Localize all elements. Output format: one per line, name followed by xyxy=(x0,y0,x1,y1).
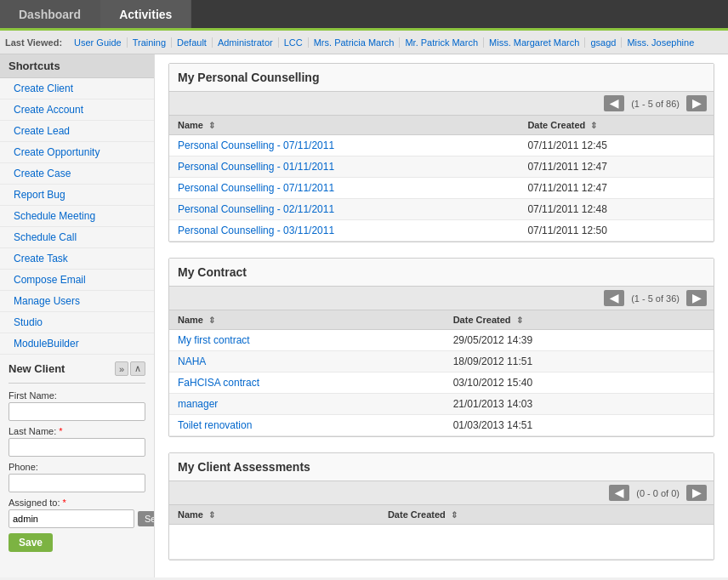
new-client-section: New Client » ∧ First Name: Last Name: * … xyxy=(0,355,154,559)
last-viewed-link[interactable]: gsagd xyxy=(585,37,622,48)
dashlet-toolbar-contract: ◀(1 - 5 of 36)▶ xyxy=(169,287,714,310)
record-date: 18/09/2012 11:51 xyxy=(445,351,714,372)
dashlet-table-personal-counselling: Name ⇕Date Created ⇕Personal Counselling… xyxy=(169,116,714,242)
record-name-link[interactable]: Personal Counselling - 07/11/2011 xyxy=(178,139,334,151)
last-viewed-link[interactable]: Miss. Margaret March xyxy=(484,37,585,48)
record-name-link[interactable]: Personal Counselling - 07/11/2011 xyxy=(178,182,334,194)
record-date: 07/11/2011 12:47 xyxy=(519,178,714,199)
last-viewed-link[interactable]: Miss. Josephine xyxy=(622,37,699,48)
record-name-link[interactable]: FaHCISA contract xyxy=(178,377,259,389)
last-viewed-link[interactable]: User Guide xyxy=(69,37,128,48)
last-viewed-link[interactable]: Mr. Patrick March xyxy=(400,37,484,48)
table-row: Personal Counselling - 01/11/201107/11/2… xyxy=(169,156,714,178)
last-name-input[interactable] xyxy=(9,438,145,457)
record-name-link[interactable]: Toilet renovation xyxy=(178,419,252,431)
sidebar-item-studio[interactable]: Studio xyxy=(0,312,154,333)
next-page-button[interactable]: ▶ xyxy=(686,485,707,501)
record-date: 21/01/2013 14:03 xyxy=(445,394,714,415)
column-header-date-created[interactable]: Date Created ⇕ xyxy=(445,310,714,330)
page-info: (1 - 5 of 36) xyxy=(631,293,680,304)
expand-button[interactable]: ∧ xyxy=(130,361,145,376)
table-row: Toilet renovation01/03/2013 14:51 xyxy=(169,415,714,436)
sidebar-item-create-lead[interactable]: Create Lead xyxy=(0,121,154,142)
collapse-button[interactable]: » xyxy=(115,361,128,376)
dashlet-table-contract: Name ⇕Date Created ⇕My first contract29/… xyxy=(169,310,714,436)
last-viewed-bar: Last Viewed: User GuideTrainingDefaultAd… xyxy=(0,31,728,54)
record-name-link[interactable]: NAHA xyxy=(178,355,206,367)
sidebar-item-manage-users[interactable]: Manage Users xyxy=(0,291,154,312)
last-name-label: Last Name: * xyxy=(9,426,145,436)
table-row: My first contract29/05/2012 14:39 xyxy=(169,330,714,351)
dashlet-contract: My Contract◀(1 - 5 of 36)▶Name ⇕Date Cre… xyxy=(168,258,714,437)
sidebar-item-modulebuilder[interactable]: ModuleBuilder xyxy=(0,333,154,355)
record-name-link[interactable]: Personal Counselling - 02/11/2011 xyxy=(178,203,334,215)
dashlet-title-personal-counselling: My Personal Counselling xyxy=(169,64,714,92)
divider xyxy=(9,383,145,384)
column-header-date-created[interactable]: Date Created ⇕ xyxy=(519,116,714,135)
nav-activities[interactable]: Activities xyxy=(100,0,191,28)
new-client-header: New Client » ∧ xyxy=(9,361,145,376)
next-page-button[interactable]: ▶ xyxy=(686,290,707,306)
main-layout: Shortcuts Create ClientCreate AccountCre… xyxy=(0,54,728,577)
sidebar-items-container: Create ClientCreate AccountCreate LeadCr… xyxy=(0,78,154,355)
last-name-required: * xyxy=(59,426,62,436)
sidebar-item-create-task[interactable]: Create Task xyxy=(0,248,154,270)
dashlet-toolbar-client-assessments: ◀(0 - 0 of 0)▶ xyxy=(169,481,714,505)
assigned-to-label: Assigned to: * xyxy=(9,498,145,508)
record-date: 07/11/2011 12:47 xyxy=(519,156,714,178)
first-name-input[interactable] xyxy=(9,402,145,421)
select-button[interactable]: Select xyxy=(138,511,155,526)
dashlet-toolbar-personal-counselling: ◀(1 - 5 of 86)▶ xyxy=(169,92,714,116)
table-row: FaHCISA contract03/10/2012 15:40 xyxy=(169,372,714,394)
record-name-link[interactable]: Personal Counselling - 03/11/2011 xyxy=(178,225,334,236)
last-viewed-link[interactable]: Default xyxy=(172,37,213,48)
assigned-to-input[interactable] xyxy=(9,509,134,528)
sidebar-item-create-case[interactable]: Create Case xyxy=(0,163,154,185)
next-page-button[interactable]: ▶ xyxy=(686,95,707,111)
sidebar-item-schedule-call[interactable]: Schedule Call xyxy=(0,227,154,248)
record-name-link[interactable]: Personal Counselling - 01/11/2011 xyxy=(178,161,334,173)
column-header-date-created[interactable]: Date Created ⇕ xyxy=(379,505,714,525)
last-viewed-link[interactable]: LCC xyxy=(279,37,309,48)
record-date: 29/05/2012 14:39 xyxy=(445,330,714,351)
record-name-link[interactable]: My first contract xyxy=(178,334,250,346)
sidebar-item-report-bug[interactable]: Report Bug xyxy=(0,185,154,206)
phone-input[interactable] xyxy=(9,474,145,492)
phone-label: Phone: xyxy=(9,462,145,472)
save-button[interactable]: Save xyxy=(9,533,53,552)
table-row: manager21/01/2013 14:03 xyxy=(169,394,714,415)
page-info: (0 - 0 of 0) xyxy=(636,488,680,498)
record-date: 07/11/2011 12:45 xyxy=(519,135,714,156)
column-header-name[interactable]: Name ⇕ xyxy=(169,310,445,330)
new-client-title: New Client xyxy=(9,362,65,375)
last-viewed-link[interactable]: Mrs. Patricia March xyxy=(309,37,401,48)
dashlet-personal-counselling: My Personal Counselling◀(1 - 5 of 86)▶Na… xyxy=(168,63,714,242)
sidebar-item-create-opportunity[interactable]: Create Opportunity xyxy=(0,142,154,163)
column-header-name[interactable]: Name ⇕ xyxy=(169,505,379,525)
sidebar-item-schedule-meeting[interactable]: Schedule Meeting xyxy=(0,206,154,227)
table-row: Personal Counselling - 07/11/201107/11/2… xyxy=(169,135,714,156)
last-viewed-links: User GuideTrainingDefaultAdministratorLC… xyxy=(69,37,699,48)
table-row: Personal Counselling - 03/11/201107/11/2… xyxy=(169,220,714,242)
prev-page-button[interactable]: ◀ xyxy=(604,290,624,306)
top-navigation: Dashboard Activities xyxy=(0,0,728,31)
record-date: 03/10/2012 15:40 xyxy=(445,372,714,394)
page-info: (1 - 5 of 86) xyxy=(631,99,680,109)
nav-dashboard[interactable]: Dashboard xyxy=(0,0,100,28)
last-viewed-link[interactable]: Training xyxy=(128,37,172,48)
record-date: 07/11/2011 12:48 xyxy=(519,199,714,220)
last-viewed-link[interactable]: Administrator xyxy=(213,37,279,48)
prev-page-button[interactable]: ◀ xyxy=(609,485,629,501)
dashlet-title-contract: My Contract xyxy=(169,259,714,287)
record-name-link[interactable]: manager xyxy=(178,398,218,410)
column-header-name[interactable]: Name ⇕ xyxy=(169,116,519,135)
last-viewed-label: Last Viewed: xyxy=(5,37,62,48)
record-date: 01/03/2013 14:51 xyxy=(445,415,714,436)
sidebar-item-create-client[interactable]: Create Client xyxy=(0,78,154,100)
new-client-controls: » ∧ xyxy=(115,361,145,376)
empty-row xyxy=(169,525,714,560)
prev-page-button[interactable]: ◀ xyxy=(604,95,624,111)
first-name-label: First Name: xyxy=(9,390,145,401)
sidebar-item-create-account[interactable]: Create Account xyxy=(0,100,154,121)
sidebar-item-compose-email[interactable]: Compose Email xyxy=(0,270,154,291)
